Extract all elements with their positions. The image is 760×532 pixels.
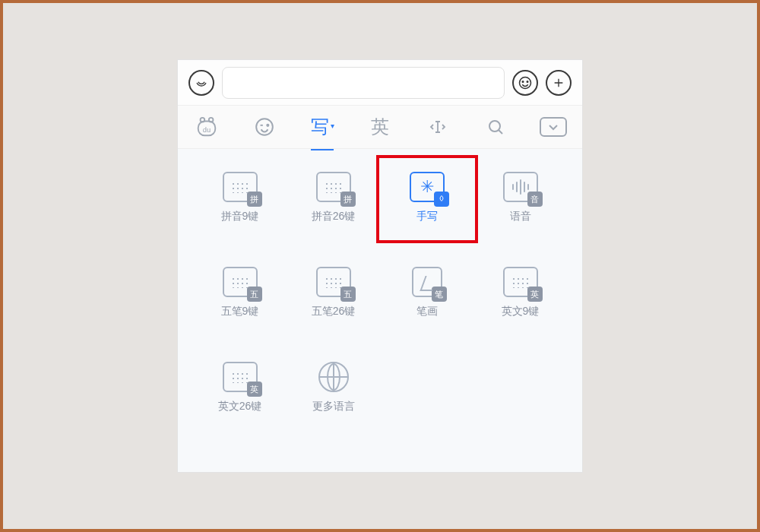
method-pinyin26[interactable]: 拼拼音26键: [292, 172, 375, 223]
svg-point-4: [201, 118, 205, 122]
method-label: 五笔9键: [221, 305, 259, 318]
keyboard-icon: 拼: [223, 172, 258, 202]
voice-icon: 音: [503, 172, 538, 202]
tab-english[interactable]: 英: [363, 109, 397, 144]
method-wubi9[interactable]: 五五笔9键: [198, 267, 282, 318]
svg-point-8: [267, 125, 268, 126]
method-label: 笔画: [416, 305, 438, 318]
method-label: 五笔26键: [312, 305, 356, 318]
svg-point-1: [522, 81, 524, 82]
method-label: 更多语言: [312, 400, 355, 413]
method-badge: 笔: [432, 287, 447, 302]
keyboard-icon: 五: [316, 267, 351, 297]
method-wubi26[interactable]: 五五笔26键: [292, 267, 375, 318]
tab-english-label: 英: [371, 115, 389, 139]
svg-text:du: du: [203, 126, 211, 134]
ime-panel: du 写▾ 英 拼拼音9键拼拼音26键✳手写音语音五五笔9键五五笔26键笔笔画英…: [177, 59, 583, 473]
method-badge: 五: [340, 287, 356, 302]
chevron-down-icon: ▾: [331, 122, 334, 130]
keyboard-icon: 五: [223, 267, 258, 297]
emoji-button[interactable]: [512, 70, 538, 96]
method-stroke[interactable]: 笔笔画: [385, 267, 469, 318]
method-badge: 拼: [247, 192, 262, 207]
method-label: 英文9键: [502, 305, 540, 318]
globe-icon: [318, 362, 349, 392]
voice-input-button[interactable]: [188, 70, 214, 96]
method-english9[interactable]: 英英文9键: [479, 267, 562, 318]
svg-point-5: [209, 118, 214, 122]
baidu-logo-icon[interactable]: du: [189, 109, 224, 144]
method-english26[interactable]: 英英文26键: [198, 362, 282, 413]
keyboard-icon: 拼: [316, 172, 351, 202]
input-method-grid: 拼拼音9键拼拼音26键✳手写音语音五五笔9键五五笔26键笔笔画英英文9键英英文2…: [178, 149, 582, 472]
method-label: 手写: [416, 210, 438, 223]
method-handwriting[interactable]: ✳手写: [385, 172, 469, 223]
method-badge: 英: [527, 287, 543, 302]
wink-emoji-icon[interactable]: [247, 109, 282, 144]
handwriting-icon: ✳: [410, 172, 445, 202]
tab-write-label: 写: [311, 115, 329, 139]
method-pinyin9[interactable]: 拼拼音9键: [198, 172, 282, 223]
method-label: 英文26键: [218, 400, 262, 413]
method-label: 语音: [510, 210, 531, 223]
topbar: [178, 60, 582, 105]
collapse-button[interactable]: [536, 109, 571, 144]
tab-write[interactable]: 写▾: [305, 109, 340, 144]
search-icon[interactable]: [478, 109, 513, 144]
keyboard-icon: 英: [223, 362, 258, 392]
method-more[interactable]: 更多语言: [292, 362, 375, 413]
method-badge: 拼: [340, 192, 356, 207]
keyboard-icon: 英: [503, 267, 538, 297]
toolbar: du 写▾ 英: [178, 105, 582, 149]
method-label: 拼音9键: [221, 210, 259, 223]
svg-point-2: [527, 81, 528, 82]
method-badge: 音: [527, 192, 543, 207]
svg-point-9: [489, 121, 500, 131]
method-badge: 五: [247, 287, 262, 302]
method-label: 拼音26键: [312, 210, 356, 223]
method-badge: [434, 192, 449, 207]
svg-point-7: [256, 119, 273, 135]
method-badge: 英: [247, 382, 262, 397]
method-voice[interactable]: 音语音: [479, 172, 562, 223]
stroke-icon: 笔: [412, 267, 442, 297]
text-input[interactable]: [222, 67, 505, 99]
add-button[interactable]: [546, 70, 572, 96]
cursor-icon[interactable]: [420, 109, 455, 144]
